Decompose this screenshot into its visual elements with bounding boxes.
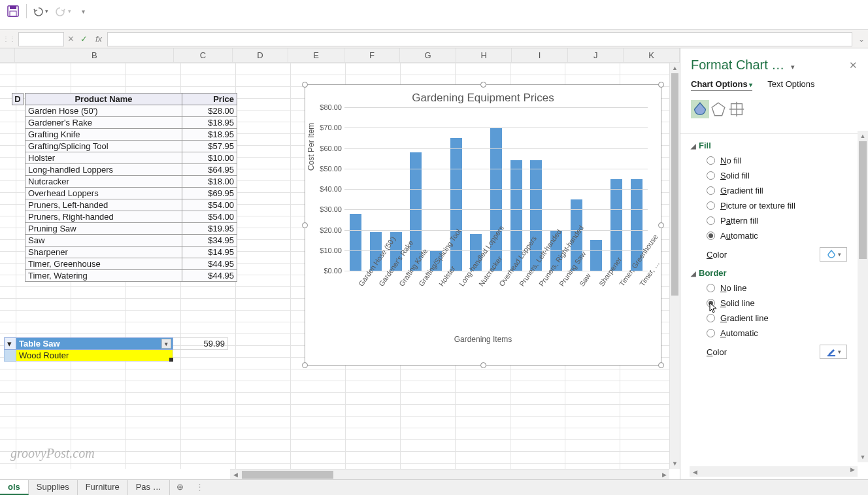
chart-title[interactable]: Gardening Equipment Prices: [305, 85, 661, 107]
radio-gradient-fill[interactable]: Gradient fill: [680, 183, 858, 198]
radio-no-fill[interactable]: No fill: [680, 153, 858, 168]
radio-solid-fill[interactable]: Solid fill: [680, 168, 858, 183]
table-cell[interactable]: $10.00: [182, 152, 237, 164]
undo-dropdown[interactable]: ▾: [45, 8, 48, 14]
scroll-thumb[interactable]: [671, 73, 678, 296]
row-header[interactable]: [5, 350, 16, 362]
table-cell[interactable]: $34.95: [182, 235, 237, 247]
radio-solid-line[interactable]: Solid line: [680, 296, 858, 311]
sheet-tab[interactable]: ols: [0, 480, 29, 495]
effects-icon[interactable]: [709, 100, 727, 118]
resize-handle[interactable]: [658, 222, 664, 228]
table-cell[interactable]: Sharpener: [25, 247, 182, 258]
table-header-name[interactable]: Product Name: [25, 94, 182, 105]
fill-color-picker[interactable]: ▾: [820, 247, 847, 262]
scroll-down-icon[interactable]: ▼: [670, 458, 680, 469]
col-header[interactable]: G: [400, 48, 456, 62]
scroll-thumb[interactable]: [859, 141, 867, 259]
tab-text-options[interactable]: Text Options: [767, 79, 814, 89]
col-header[interactable]: E: [288, 48, 344, 62]
table-cell[interactable]: $54.00: [182, 199, 237, 211]
table-cell[interactable]: Pruners, Left-handed: [25, 199, 182, 211]
col-header[interactable]: J: [568, 48, 624, 62]
col-header[interactable]: I: [512, 48, 568, 62]
resize-handle[interactable]: [302, 362, 308, 368]
table-cell[interactable]: $69.95: [182, 188, 237, 199]
new-sheet-button[interactable]: ⊕: [170, 480, 190, 495]
table-header-price[interactable]: Price: [182, 94, 237, 105]
table-cell[interactable]: $64.95: [182, 164, 237, 176]
insert-function-button[interactable]: fx: [90, 34, 107, 44]
border-color-picker[interactable]: ▾: [820, 345, 847, 359]
close-icon[interactable]: ✕: [849, 60, 858, 71]
tab-grip[interactable]: ⋮: [190, 480, 209, 495]
formula-bar-grip[interactable]: ⋮⋮: [0, 35, 18, 43]
panel-horizontal-scrollbar[interactable]: ◀ ▶: [690, 466, 858, 477]
scroll-up-icon[interactable]: ▲: [670, 63, 680, 73]
table-cell[interactable]: Timer, Watering: [25, 270, 182, 282]
spreadsheet-area[interactable]: B C D E F G H I J K D Product Name Price…: [0, 48, 680, 479]
scroll-left-icon[interactable]: ◀: [230, 471, 241, 478]
section-border[interactable]: ◢Border: [680, 265, 858, 281]
scroll-up-icon[interactable]: ▲: [858, 131, 868, 141]
table-cell[interactable]: Pruners, Right-handed: [25, 211, 182, 223]
horizontal-scrollbar[interactable]: ◀ ▶: [230, 469, 669, 479]
qat-customize[interactable]: ▾: [79, 3, 88, 20]
tab-chart-options[interactable]: Chart Options▾: [691, 79, 752, 91]
scroll-right-icon[interactable]: ▶: [847, 466, 858, 473]
panel-vertical-scrollbar[interactable]: ▲ ▼: [858, 131, 868, 462]
radio-no-line[interactable]: No line: [680, 281, 858, 296]
scroll-left-icon[interactable]: ◀: [690, 469, 700, 475]
table-cell[interactable]: Grafting Knife: [25, 129, 182, 141]
table-cell[interactable]: $18.00: [182, 176, 237, 188]
radio-auto-line[interactable]: Automatic: [680, 326, 858, 341]
radio-auto-fill[interactable]: Automatic: [680, 228, 858, 243]
cancel-icon[interactable]: ✕: [64, 34, 77, 44]
sheet-tab[interactable]: Pas …: [128, 480, 170, 495]
resize-handle[interactable]: [480, 362, 486, 368]
sheet-tab[interactable]: Furniture: [78, 480, 128, 495]
enter-icon[interactable]: ✓: [77, 34, 90, 44]
table-cell[interactable]: Timer, Greenhouse: [25, 258, 182, 270]
table-cell[interactable]: Garden Hose (50'): [25, 105, 182, 117]
product-table[interactable]: Product Name Price Garden Hose (50')$28.…: [25, 93, 237, 282]
col-header[interactable]: K: [624, 48, 680, 62]
scroll-thumb[interactable]: [242, 471, 333, 479]
fill-line-icon[interactable]: [691, 100, 709, 118]
panel-title-dropdown[interactable]: ▾: [791, 63, 795, 71]
col-header[interactable]: C: [174, 48, 232, 62]
chart-bar[interactable]: [490, 128, 502, 271]
filter-button[interactable]: ▾: [5, 338, 16, 350]
col-header[interactable]: H: [456, 48, 512, 62]
resize-handle[interactable]: [658, 82, 664, 88]
table-cell[interactable]: Pruning Saw: [25, 223, 182, 235]
radio-picture-fill[interactable]: Picture or texture fill: [680, 198, 858, 213]
vertical-scrollbar[interactable]: ▲ ▼: [669, 63, 680, 469]
save-button[interactable]: [4, 3, 22, 20]
col-header[interactable]: B: [15, 48, 174, 62]
chart-bar[interactable]: [590, 240, 602, 271]
expand-formula-bar[interactable]: ⌄: [855, 35, 868, 44]
resize-handle[interactable]: [302, 82, 308, 88]
redo-button[interactable]: ▾: [52, 3, 74, 20]
table-cell[interactable]: $44.95: [182, 270, 237, 282]
scroll-right-icon[interactable]: ▶: [659, 471, 669, 478]
formula-input[interactable]: [107, 32, 852, 46]
table-cell[interactable]: $14.95: [182, 247, 237, 258]
table-cell[interactable]: Grafting/Splicing Tool: [25, 141, 182, 152]
dropdown-icon[interactable]: ▾: [161, 339, 171, 349]
name-box[interactable]: [18, 32, 64, 46]
undo-button[interactable]: ▾: [29, 3, 51, 20]
table-cell[interactable]: $44.95: [182, 258, 237, 270]
table-cell[interactable]: Gardener's Rake: [25, 117, 182, 129]
table-cell[interactable]: Overhead Loppers: [25, 188, 182, 199]
resize-handle[interactable]: [658, 362, 664, 368]
table-cell[interactable]: $19.95: [182, 223, 237, 235]
mini-row-price[interactable]: 59.99: [173, 338, 228, 350]
table-cell[interactable]: Saw: [25, 235, 182, 247]
col-header[interactable]: F: [344, 48, 401, 62]
chart-object[interactable]: Gardening Equipment Prices Cost Per Item…: [305, 84, 661, 366]
table-cell[interactable]: $57.95: [182, 141, 237, 152]
resize-handle[interactable]: [480, 82, 486, 88]
sheet-tab[interactable]: Supplies: [29, 480, 78, 495]
